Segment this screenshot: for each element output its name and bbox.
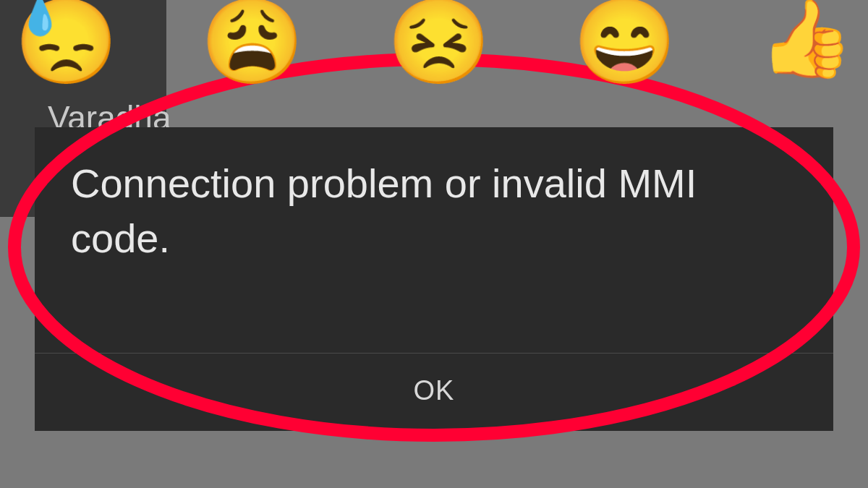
persevering-emoji-icon: 😣 [387,0,490,83]
thumbs-up-emoji-icon: 👍 [759,0,854,83]
emoji-overlay-row: 😓 😩 😣 😄 👍 [0,0,868,83]
dialog-message-text: Connection problem or invalid MMI code. [35,127,833,353]
ok-button[interactable]: OK [35,354,833,431]
error-dialog: Connection problem or invalid MMI code. … [35,127,833,431]
sad-sweat-emoji-icon: 😓 [14,0,118,83]
grinning-emoji-icon: 😄 [573,0,676,83]
weary-emoji-icon: 😩 [200,0,304,83]
